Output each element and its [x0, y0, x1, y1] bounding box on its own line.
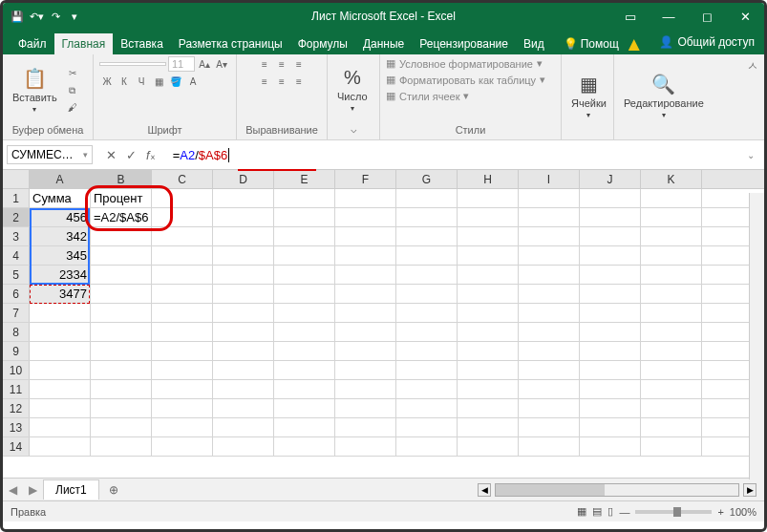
cell[interactable]	[458, 399, 519, 417]
accept-formula-icon[interactable]: ✓	[126, 148, 137, 162]
cell[interactable]	[641, 227, 702, 245]
col-header[interactable]: F	[335, 170, 396, 188]
cell[interactable]	[30, 437, 91, 456]
cell[interactable]	[580, 208, 641, 226]
cell-styles-button[interactable]: ▦Стили ячеек ▾	[386, 89, 469, 103]
cell[interactable]	[335, 380, 396, 398]
underline-icon[interactable]: Ч	[134, 74, 149, 89]
format-painter-icon[interactable]: 🖌	[65, 100, 80, 116]
col-header[interactable]: B	[91, 170, 152, 188]
bold-icon[interactable]: Ж	[99, 74, 115, 89]
cell[interactable]	[580, 399, 641, 417]
font-size-selector[interactable]: 11	[168, 56, 195, 72]
cell[interactable]	[396, 304, 458, 322]
vertical-scrollbar[interactable]	[749, 193, 764, 479]
cell[interactable]	[213, 189, 274, 207]
cell[interactable]	[458, 323, 519, 341]
col-header[interactable]: C	[152, 170, 213, 188]
fx-icon[interactable]: fₓ	[146, 148, 156, 162]
cell[interactable]	[91, 266, 152, 284]
cell[interactable]	[213, 399, 274, 417]
cell[interactable]	[519, 437, 580, 456]
cell[interactable]	[641, 266, 702, 284]
cell[interactable]	[152, 227, 213, 245]
cell[interactable]: 342	[30, 227, 91, 245]
col-header[interactable]: H	[458, 170, 519, 188]
view-break-icon[interactable]: ▯	[607, 505, 613, 518]
align-right-icon[interactable]: ≡	[291, 74, 307, 89]
cell[interactable]	[274, 380, 335, 398]
cell[interactable]	[91, 285, 152, 303]
cells-button[interactable]: ▦ Ячейки ▾	[567, 71, 610, 121]
cell[interactable]	[91, 323, 152, 341]
tab-home[interactable]: Главная	[54, 33, 114, 54]
cell[interactable]: 456	[30, 208, 91, 226]
tell-me[interactable]: 💡Помощ	[556, 33, 627, 54]
cell[interactable]: Процент	[91, 189, 152, 207]
cell[interactable]	[335, 246, 396, 265]
cell[interactable]	[30, 418, 91, 436]
cell[interactable]	[641, 399, 702, 417]
cell[interactable]	[641, 304, 702, 322]
cell[interactable]	[213, 342, 274, 360]
col-header[interactable]: I	[519, 170, 580, 188]
cell[interactable]	[91, 304, 152, 322]
cell[interactable]	[519, 399, 580, 417]
cell[interactable]	[458, 304, 519, 322]
row-header[interactable]: 9	[3, 342, 30, 360]
cell[interactable]	[519, 208, 580, 226]
tab-data[interactable]: Данные	[355, 33, 412, 54]
cell[interactable]	[396, 208, 458, 226]
cell[interactable]	[641, 285, 702, 303]
row-header[interactable]: 3	[3, 227, 30, 245]
editing-button[interactable]: 🔍 Редактирование ▾	[620, 71, 708, 121]
view-normal-icon[interactable]: ▦	[577, 505, 586, 518]
cell[interactable]	[213, 227, 274, 245]
cell[interactable]	[152, 361, 213, 379]
fill-color-icon[interactable]: 🪣	[168, 74, 183, 89]
cell[interactable]	[30, 399, 91, 417]
cell[interactable]	[30, 380, 91, 398]
cell[interactable]	[274, 246, 335, 265]
cell[interactable]	[580, 266, 641, 284]
cell[interactable]	[152, 246, 213, 265]
cell[interactable]	[519, 266, 580, 284]
cell[interactable]	[396, 437, 458, 456]
cell[interactable]	[152, 418, 213, 436]
cell[interactable]	[91, 437, 152, 456]
cell[interactable]	[152, 266, 213, 284]
cell[interactable]	[152, 304, 213, 322]
row-header[interactable]: 11	[3, 380, 30, 398]
align-mid-icon[interactable]: ≡	[274, 56, 289, 72]
tab-formulas[interactable]: Формулы	[290, 33, 355, 54]
col-header[interactable]: K	[641, 170, 702, 188]
cell[interactable]	[91, 342, 152, 360]
cell[interactable]	[335, 227, 396, 245]
sheet-tab[interactable]: Лист1	[43, 479, 99, 500]
cell[interactable]	[335, 437, 396, 456]
cell[interactable]	[396, 323, 458, 341]
cell[interactable]	[396, 342, 458, 360]
align-left-icon[interactable]: ≡	[257, 74, 272, 89]
cell[interactable]	[335, 323, 396, 341]
row-header[interactable]: 1	[3, 189, 30, 207]
cut-icon[interactable]: ✂	[65, 66, 80, 81]
cell[interactable]	[213, 285, 274, 303]
cell[interactable]	[641, 342, 702, 360]
cell[interactable]	[396, 285, 458, 303]
collapse-ribbon-icon[interactable]: ㅅ	[741, 54, 764, 139]
cell[interactable]	[213, 380, 274, 398]
cell[interactable]	[641, 246, 702, 265]
cell[interactable]	[641, 380, 702, 398]
row-header[interactable]: 8	[3, 323, 30, 341]
cell[interactable]	[274, 189, 335, 207]
align-top-icon[interactable]: ≡	[257, 56, 272, 72]
cell[interactable]: 345	[30, 246, 91, 265]
new-sheet-icon[interactable]: ⊕	[99, 483, 128, 497]
cell[interactable]	[274, 342, 335, 360]
tab-page-layout[interactable]: Разметка страницы	[171, 33, 290, 54]
increase-font-icon[interactable]: A▴	[197, 56, 212, 72]
col-header[interactable]: D	[213, 170, 274, 188]
col-header[interactable]: G	[396, 170, 458, 188]
cell[interactable]	[580, 380, 641, 398]
